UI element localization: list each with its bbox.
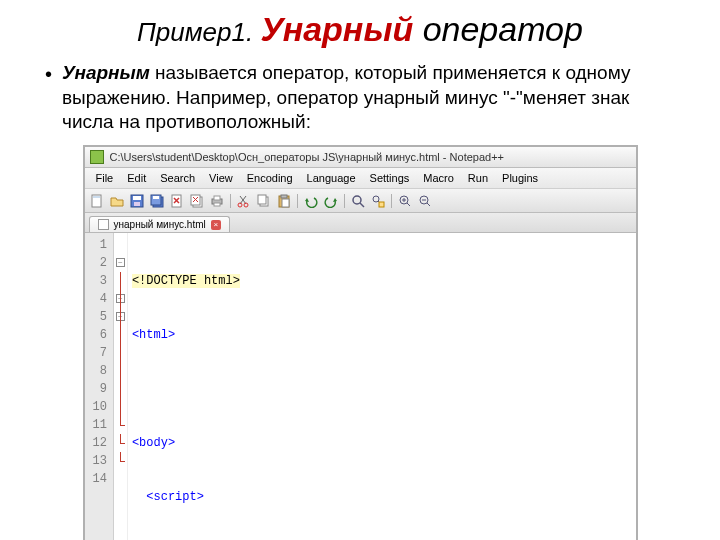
code-l2: <html>	[132, 328, 175, 342]
toolbar-separator	[390, 192, 394, 209]
code-l4: <body>	[132, 436, 175, 450]
menu-view[interactable]: View	[202, 170, 240, 186]
svg-rect-23	[258, 195, 266, 204]
menu-edit[interactable]: Edit	[120, 170, 153, 186]
ln: 9	[93, 380, 107, 398]
svg-rect-4	[134, 202, 140, 206]
svg-rect-26	[282, 199, 289, 207]
code-l1: <!DOCTYPE html>	[132, 274, 240, 288]
save-all-icon[interactable]	[149, 192, 166, 209]
menu-plugins[interactable]: Plugins	[495, 170, 545, 186]
editor[interactable]: 1 2 3 4 5 6 7 8 9 10 11 12 13 14 − − −	[85, 233, 636, 540]
print-icon[interactable]	[209, 192, 226, 209]
svg-rect-3	[133, 196, 141, 200]
slide-title: Пример1. Унарный оператор	[40, 10, 680, 49]
tab-close-icon[interactable]: ×	[211, 220, 221, 230]
ln: 5	[93, 308, 107, 326]
file-icon	[98, 219, 109, 230]
tab-label: унарный минус.html	[114, 219, 206, 230]
app-icon	[90, 150, 104, 164]
open-file-icon[interactable]	[109, 192, 126, 209]
ln: 13	[93, 452, 107, 470]
zoom-out-icon[interactable]	[417, 192, 434, 209]
ln: 6	[93, 326, 107, 344]
toolbar-separator	[343, 192, 347, 209]
svg-rect-16	[214, 196, 220, 200]
menu-settings[interactable]: Settings	[363, 170, 417, 186]
ln: 7	[93, 344, 107, 362]
redo-icon[interactable]	[323, 192, 340, 209]
copy-icon[interactable]	[256, 192, 273, 209]
fold-box-icon[interactable]: −	[116, 312, 125, 321]
code-l5: <script>	[132, 490, 204, 504]
toolbar-separator	[229, 192, 233, 209]
ln: 4	[93, 290, 107, 308]
fold-box-icon[interactable]: −	[116, 258, 125, 267]
find-icon[interactable]	[350, 192, 367, 209]
menu-encoding[interactable]: Encoding	[240, 170, 300, 186]
toolbar	[85, 189, 636, 213]
ln: 3	[93, 272, 107, 290]
bullet-dot: •	[45, 61, 52, 87]
ln: 11	[93, 416, 107, 434]
body-bullet: • Унарным называется оператор, который п…	[40, 61, 680, 135]
ln: 8	[93, 362, 107, 380]
title-part1: Пример1.	[137, 17, 260, 47]
paste-icon[interactable]	[276, 192, 293, 209]
ln: 14	[93, 470, 107, 488]
toolbar-separator	[296, 192, 300, 209]
window-title: C:\Users\student\Desktop\Осн_операторы J…	[110, 151, 505, 163]
fold-box-icon[interactable]: −	[116, 294, 125, 303]
ln: 12	[93, 434, 107, 452]
ln: 2	[93, 254, 107, 272]
svg-rect-31	[379, 202, 384, 207]
svg-line-28	[360, 203, 364, 207]
svg-line-38	[427, 203, 430, 206]
menubar[interactable]: File Edit Search View Encoding Language …	[85, 168, 636, 189]
bullet-bold: Унарным	[62, 62, 150, 83]
replace-icon[interactable]	[370, 192, 387, 209]
notepadpp-window: C:\Users\student\Desktop\Осн_операторы J…	[83, 145, 638, 540]
svg-line-35	[407, 203, 410, 206]
menu-macro[interactable]: Macro	[416, 170, 461, 186]
menu-file[interactable]: File	[89, 170, 121, 186]
close-icon[interactable]	[169, 192, 186, 209]
line-numbers: 1 2 3 4 5 6 7 8 9 10 11 12 13 14	[85, 233, 114, 540]
code-area[interactable]: <!DOCTYPE html> <html> <body> <script> '…	[128, 233, 636, 540]
zoom-in-icon[interactable]	[397, 192, 414, 209]
fold-margin[interactable]: − − −	[114, 233, 128, 540]
title-part2: Унарный	[260, 10, 413, 48]
svg-rect-7	[153, 196, 159, 199]
undo-icon[interactable]	[303, 192, 320, 209]
bullet-text: Унарным называется оператор, который при…	[62, 61, 680, 135]
svg-rect-25	[281, 195, 287, 198]
title-part3: оператор	[413, 10, 583, 48]
save-icon[interactable]	[129, 192, 146, 209]
tab-file[interactable]: унарный минус.html ×	[89, 216, 230, 232]
svg-rect-17	[214, 203, 220, 206]
new-file-icon[interactable]	[89, 192, 106, 209]
titlebar: C:\Users\student\Desktop\Осн_операторы J…	[85, 147, 636, 168]
tabbar: унарный минус.html ×	[85, 213, 636, 233]
menu-language[interactable]: Language	[300, 170, 363, 186]
ln: 1	[93, 236, 107, 254]
svg-point-27	[353, 196, 361, 204]
svg-rect-1	[93, 196, 100, 198]
cut-icon[interactable]	[236, 192, 253, 209]
menu-search[interactable]: Search	[153, 170, 202, 186]
menu-run[interactable]: Run	[461, 170, 495, 186]
close-all-icon[interactable]	[189, 192, 206, 209]
ln: 10	[93, 398, 107, 416]
